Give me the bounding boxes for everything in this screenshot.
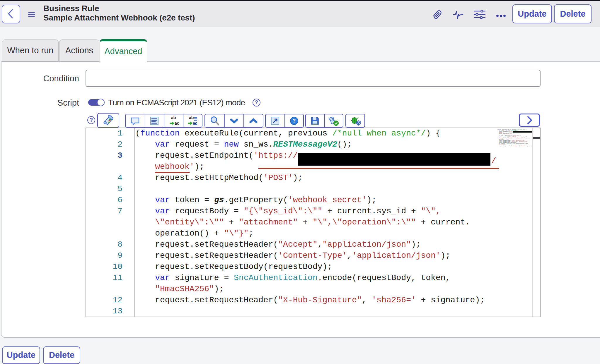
svg-text:ac: ac	[175, 121, 179, 126]
svg-text:?: ?	[292, 118, 296, 124]
svg-text:ab: ab	[189, 115, 194, 120]
svg-text:ab: ab	[171, 115, 176, 120]
